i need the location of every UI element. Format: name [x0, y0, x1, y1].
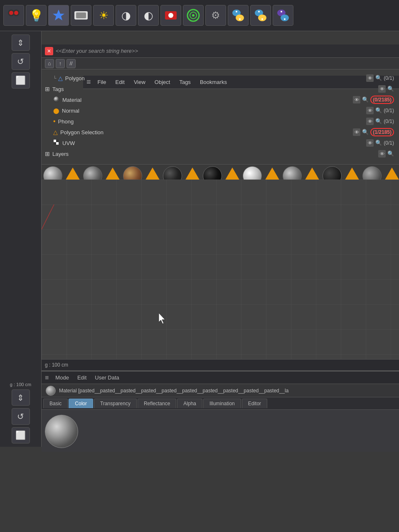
toolbar-icon-python3[interactable]	[273, 5, 293, 26]
tree-row-uvw[interactable]: UVW 👁 🔍 (0/1)	[42, 138, 399, 148]
svg-rect-24	[56, 142, 59, 145]
tags-icon: ⊞	[45, 86, 50, 92]
material-name-bar: Material [pasted__pasted__pasted__pasted…	[42, 384, 399, 397]
sidebar-move-icon[interactable]: ⇕	[12, 34, 30, 51]
tree-row-polygon-selection[interactable]: △ Polygon Selection 👁 🔍 (1/2185)	[42, 127, 399, 138]
toolbar-icon-render[interactable]	[71, 5, 91, 26]
svg-rect-22	[56, 140, 59, 142]
bottom-menu-userdata[interactable]: User Data	[91, 373, 123, 382]
layers-search[interactable]: 🔍	[387, 150, 394, 157]
sidebar-move2-icon[interactable]: ⇕	[12, 389, 30, 406]
svg-point-20	[54, 96, 59, 102]
sidebar-scale2-icon[interactable]: ⬜	[12, 427, 30, 443]
uvw-search[interactable]: 🔍	[375, 140, 382, 146]
material-search[interactable]: 🔍	[362, 96, 369, 103]
search-input[interactable]: <<Enter your search string here>>	[56, 48, 138, 54]
svg-point-9	[236, 11, 237, 12]
svg-line-25	[42, 204, 54, 229]
polygon-icon: △	[58, 75, 63, 81]
polygon-selection-eye[interactable]: 👁	[353, 128, 360, 136]
svg-point-10	[239, 18, 241, 20]
bottom-menu-mode[interactable]: Mode	[52, 373, 72, 382]
polygon-search[interactable]: 🔍	[375, 75, 382, 81]
bottom-preview-sphere	[45, 415, 78, 448]
tab-reflectance[interactable]: Reflectance	[138, 399, 176, 408]
toolbar-icon-python2[interactable]	[250, 5, 271, 26]
nav-up-btn[interactable]: ↑	[56, 59, 65, 68]
tree-row-layers[interactable]: ⊞ Layers 👁 🔍	[42, 148, 399, 159]
layers-icon: ⊞	[45, 150, 50, 157]
layers-eye[interactable]: 👁	[378, 150, 386, 158]
material-label: Material	[62, 97, 353, 103]
polygon-selection-icon: △	[53, 129, 58, 135]
phong-search[interactable]: 🔍	[375, 118, 382, 125]
grid-overlay	[42, 180, 399, 359]
toolbar-icon-fx[interactable]	[48, 5, 69, 26]
svg-point-12	[258, 15, 266, 21]
toolbar-icon-half2[interactable]: ◐	[138, 5, 159, 26]
normal-count: (0/1)	[384, 108, 394, 113]
cursor-icon	[158, 312, 166, 325]
sidebar-rotate-icon[interactable]: ↺	[12, 53, 30, 69]
tab-editor[interactable]: Editor	[242, 399, 267, 408]
normal-label: Normal	[62, 108, 366, 114]
nav-slash-btn[interactable]: //	[66, 59, 76, 68]
uvw-eye[interactable]: 👁	[366, 139, 374, 147]
tree-row-tags[interactable]: ⊞ Tags 👁 🔍	[42, 84, 399, 94]
scale-indicator: g : 100 cm	[10, 382, 31, 387]
toolbar-icon-python1[interactable]	[228, 5, 249, 26]
svg-point-16	[281, 15, 289, 21]
tree-row-polygon[interactable]: └ △ Polygon 👁 🔍 (0/1)	[42, 73, 399, 84]
sidebar-scale-icon[interactable]: ⬜	[12, 72, 30, 89]
tab-illumination[interactable]: Illumination	[203, 399, 241, 408]
viewport[interactable]	[42, 180, 399, 359]
tab-color[interactable]: Color	[69, 399, 93, 408]
toolbar-icon-settings[interactable]: ⚙	[205, 5, 226, 26]
toolbar-icon-record[interactable]	[3, 5, 24, 26]
svg-rect-21	[54, 140, 56, 142]
svg-point-13	[258, 11, 260, 12]
tree-row-phong[interactable]: • Phong 👁 🔍 (0/1)	[42, 116, 399, 127]
tree-row-material[interactable]: Material 👁 🔍 (0/2185)	[42, 94, 399, 105]
tags-search[interactable]: 🔍	[387, 86, 394, 92]
bottom-menu-edit[interactable]: Edit	[74, 373, 90, 382]
svg-rect-23	[54, 142, 56, 145]
svg-point-6	[192, 14, 195, 17]
phong-icon: •	[53, 118, 56, 125]
tags-eye[interactable]: 👁	[378, 85, 386, 93]
toolbar-icon-light[interactable]: 💡	[26, 5, 47, 26]
nav-home-btn[interactable]: ⌂	[45, 59, 54, 68]
bottom-hamburger[interactable]: ≡	[45, 374, 49, 382]
material-count: (0/2185)	[370, 96, 394, 104]
toolbar-icon-camera[interactable]	[160, 5, 181, 26]
object-tree: └ △ Polygon 👁 🔍 (0/1) ⊞ Tags 👁 🔍	[42, 69, 399, 163]
polygon-selection-search[interactable]: 🔍	[362, 129, 369, 135]
left-sidebar: ⇕ ↺ ⬜ g : 100 cm ⇕ ↺ ⬜	[0, 31, 42, 447]
material-icon	[53, 96, 60, 104]
polygon-eye[interactable]: 👁	[366, 74, 374, 82]
phong-eye[interactable]: 👁	[366, 118, 374, 125]
tab-alpha[interactable]: Alpha	[177, 399, 202, 408]
polygon-selection-label: Polygon Selection	[60, 129, 353, 135]
material-eye[interactable]: 👁	[353, 96, 360, 103]
viewport-decorations	[42, 180, 399, 359]
svg-point-8	[236, 15, 244, 21]
toolbar-icon-sun[interactable]: ☀	[93, 5, 114, 26]
toolbar-icon-half1[interactable]: ◑	[116, 5, 136, 26]
uvw-icon	[53, 139, 60, 147]
status-bar: g : 100 cm	[42, 359, 399, 371]
toolbar-icon-green-circle[interactable]	[183, 5, 204, 26]
polygon-label: Polygon	[65, 75, 367, 81]
svg-point-14	[261, 18, 263, 20]
tab-transparency[interactable]: Transparency	[94, 399, 137, 408]
tab-basic[interactable]: Basic	[43, 399, 68, 408]
search-bar: ✕ <<Enter your search string here>>	[42, 44, 399, 58]
svg-point-18	[284, 18, 286, 20]
tree-row-normal[interactable]: ⬤ Normal 👁 🔍 (0/1)	[42, 105, 399, 116]
normal-search[interactable]: 🔍	[375, 107, 382, 114]
sidebar-rotate2-icon[interactable]: ↺	[12, 408, 30, 424]
normal-icon: ⬤	[53, 108, 59, 114]
search-bar-icon[interactable]: ✕	[45, 47, 53, 55]
normal-eye[interactable]: 👁	[366, 107, 374, 114]
uvw-label: UVW	[62, 140, 366, 146]
